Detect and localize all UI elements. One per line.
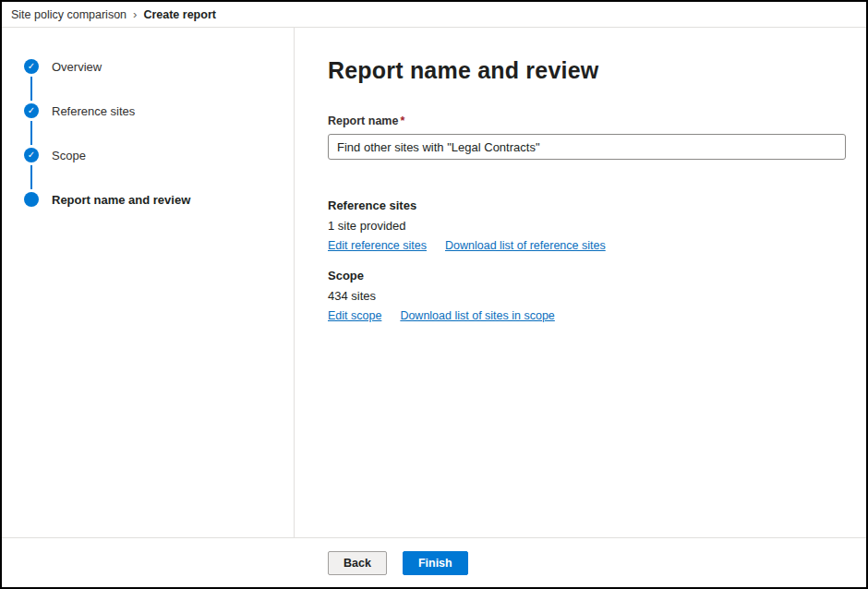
stepper-step-overview[interactable]: ✓ Overview [24,59,294,74]
scope-heading: Scope [328,269,846,282]
step-label-report-name-and-review: Report name and review [52,193,190,207]
scope-links: Edit scope Download list of sites in sco… [328,309,846,322]
report-name-field-group: Report name* [328,112,846,160]
breadcrumb: Site policy comparison › Create report [2,2,866,28]
report-name-label: Report name* [328,114,404,127]
stepper-step-reference-sites[interactable]: ✓ Reference sites [24,103,294,118]
page-title: Report name and review [328,57,846,84]
reference-sites-summary: 1 site provided [328,219,846,233]
step-complete-icon: ✓ [24,148,39,162]
app-window: Site policy comparison › Create report ✓… [0,0,868,589]
stepper-step-scope[interactable]: ✓ Scope [24,148,294,162]
wizard-footer: Back Finish [2,537,866,587]
required-marker: * [400,114,404,127]
download-reference-sites-link[interactable]: Download list of reference sites [445,239,606,252]
step-connector [30,77,32,101]
wizard-stepper: ✓ Overview ✓ Reference sites ✓ Scope Rep… [2,28,295,537]
chevron-right-icon: › [133,7,137,21]
edit-scope-link[interactable]: Edit scope [328,309,381,322]
step-complete-icon: ✓ [24,59,39,74]
check-icon: ✓ [28,61,35,71]
check-icon: ✓ [28,105,35,115]
content-area: ✓ Overview ✓ Reference sites ✓ Scope Rep… [2,28,866,537]
main-panel: Report name and review Report name* Refe… [295,28,866,537]
reference-sites-links: Edit reference sites Download list of re… [328,239,846,252]
breadcrumb-item-create-report: Create report [143,8,216,21]
scope-section: Scope 434 sites Edit scope Download list… [328,269,846,322]
edit-reference-sites-link[interactable]: Edit reference sites [328,239,427,252]
finish-button[interactable]: Finish [403,551,468,575]
step-label-reference-sites: Reference sites [52,104,135,118]
reference-sites-section: Reference sites 1 site provided Edit ref… [328,198,846,252]
step-connector [30,121,32,145]
step-label-overview: Overview [52,60,102,74]
step-connector [30,165,32,189]
report-name-input[interactable] [328,134,846,160]
download-sites-in-scope-link[interactable]: Download list of sites in scope [400,309,554,322]
step-complete-icon: ✓ [24,103,39,118]
back-button[interactable]: Back [328,551,387,575]
scope-summary: 434 sites [328,289,846,303]
check-icon: ✓ [28,150,35,160]
step-label-scope: Scope [52,149,86,162]
breadcrumb-item-site-policy-comparison[interactable]: Site policy comparison [11,8,127,21]
step-current-icon [24,192,39,207]
reference-sites-heading: Reference sites [328,198,846,212]
stepper-step-report-name-and-review[interactable]: Report name and review [24,192,294,207]
